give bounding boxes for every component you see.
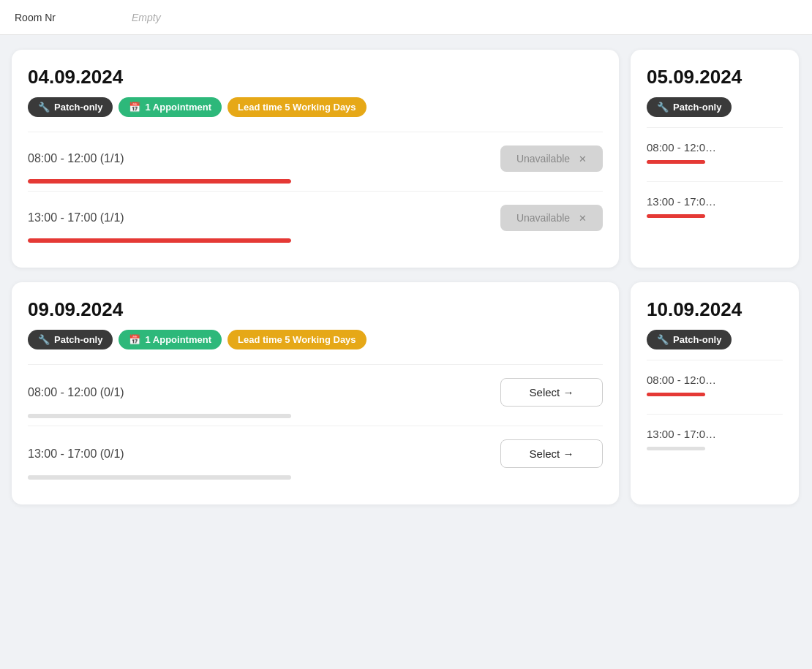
badge-appointment-09: 📅 1 Appointment: [119, 330, 222, 349]
room-nr-label: Room Nr: [15, 12, 132, 23]
wrench-icon-09: 🔧: [38, 334, 50, 345]
day-date-09: 09.09.2024: [28, 298, 603, 321]
select-button-09-2[interactable]: Select →: [500, 439, 603, 468]
progress-fill-04-1: [28, 179, 291, 184]
badge-leadtime-09: Lead time 5 Working Days: [228, 330, 366, 349]
slot-row-09-2: 13:00 - 17:00 (0/1) Select →: [28, 439, 603, 468]
slot-time-04-1: 08:00 - 12:00 (1/1): [28, 152, 124, 165]
slot-09-1: 08:00 - 12:00 (0/1) Select →: [28, 364, 603, 426]
badges-09: 🔧 Patch-only 📅 1 Appointment Lead time 5…: [28, 330, 603, 349]
slot-04-2: 13:00 - 17:00 (1/1) Unavailable ✕: [28, 191, 603, 250]
slot-time-05-2: 13:00 - 17:0…: [647, 195, 716, 208]
slot-row-04-2: 13:00 - 17:00 (1/1) Unavailable ✕: [28, 205, 603, 231]
slot-row-04-1: 08:00 - 12:00 (1/1) Unavailable ✕: [28, 145, 603, 172]
progress-10-1: [647, 393, 705, 396]
progress-bar-09-1: [28, 414, 291, 418]
progress-bar-04-2: [28, 238, 291, 243]
slot-time-09-2: 13:00 - 17:00 (0/1): [28, 447, 124, 461]
badge-patch-only-04: 🔧 Patch-only: [28, 97, 113, 117]
day-card-05-09-2024: 05.09.2024 🔧 Patch-only 08:00 - 12:0… 13…: [631, 50, 799, 268]
slot-time-05-1: 08:00 - 12:0…: [647, 141, 716, 154]
progress-bar-09-2: [28, 475, 291, 480]
slot-04-1: 08:00 - 12:00 (1/1) Unavailable ✕: [28, 132, 603, 191]
progress-fill-09-2: [28, 475, 291, 480]
badge-patch-only-05: 🔧 Patch-only: [647, 97, 732, 117]
slot-time-10-1: 08:00 - 12:0…: [647, 374, 716, 386]
progress-05-2: [647, 214, 705, 218]
progress-10-2: [647, 447, 705, 450]
calendar-icon-09: 📅: [129, 334, 140, 345]
date-row-1: 04.09.2024 🔧 Patch-only 📅 1 Appointment …: [12, 50, 800, 268]
day-date-05: 05.09.2024: [647, 66, 783, 88]
wrench-icon-05: 🔧: [657, 102, 669, 113]
wrench-icon-10: 🔧: [657, 334, 669, 345]
progress-fill-09-1: [28, 414, 291, 418]
progress-bar-04-1: [28, 179, 291, 184]
day-card-10-09-2024: 10.09.2024 🔧 Patch-only 08:00 - 12:0… 13…: [631, 282, 799, 504]
select-button-09-1[interactable]: Select →: [500, 378, 603, 407]
day-date-10: 10.09.2024: [647, 298, 783, 321]
wrench-icon: 🔧: [38, 102, 50, 113]
slot-05-1: 08:00 - 12:0…: [647, 127, 783, 171]
slot-10-2: 13:00 - 17:0…: [647, 414, 783, 458]
day-card-04-09-2024: 04.09.2024 🔧 Patch-only 📅 1 Appointment …: [12, 50, 619, 268]
slot-time-04-2: 13:00 - 17:00 (1/1): [28, 211, 124, 224]
slot-09-2: 13:00 - 17:00 (0/1) Select →: [28, 426, 603, 487]
slot-10-1: 08:00 - 12:0…: [647, 360, 783, 404]
close-icon-04-2: ✕: [579, 213, 587, 224]
slot-row-09-1: 08:00 - 12:00 (0/1) Select →: [28, 378, 603, 407]
calendar-icon-04: 📅: [129, 102, 140, 113]
partial-badges-05: 🔧 Patch-only: [647, 97, 783, 117]
progress-05-1: [647, 160, 705, 164]
day-card-09-09-2024: 09.09.2024 🔧 Patch-only 📅 1 Appointment …: [12, 282, 619, 504]
badge-leadtime-04: Lead time 5 Working Days: [228, 97, 366, 117]
main-scroll-container: 04.09.2024 🔧 Patch-only 📅 1 Appointment …: [0, 35, 812, 534]
unavailable-button-04-2: Unavailable ✕: [500, 205, 603, 231]
badge-patch-only-09: 🔧 Patch-only: [28, 330, 113, 349]
badge-patch-only-10: 🔧 Patch-only: [647, 330, 732, 349]
partial-badges-10: 🔧 Patch-only: [647, 330, 783, 349]
slot-time-09-1: 08:00 - 12:00 (0/1): [28, 386, 124, 399]
badge-appointment-04: 📅 1 Appointment: [119, 97, 222, 117]
progress-fill-04-2: [28, 238, 291, 243]
unavailable-button-04-1: Unavailable ✕: [500, 145, 603, 172]
close-icon-04-1: ✕: [579, 154, 587, 165]
date-row-2: 09.09.2024 🔧 Patch-only 📅 1 Appointment …: [12, 282, 800, 504]
day-date-04: 04.09.2024: [28, 66, 603, 88]
room-nr-value: Empty: [132, 12, 161, 23]
top-bar: Room Nr Empty: [0, 0, 812, 35]
badges-04: 🔧 Patch-only 📅 1 Appointment Lead time 5…: [28, 97, 603, 117]
slot-time-10-2: 13:00 - 17:0…: [647, 428, 716, 440]
slot-05-2: 13:00 - 17:0…: [647, 181, 783, 225]
